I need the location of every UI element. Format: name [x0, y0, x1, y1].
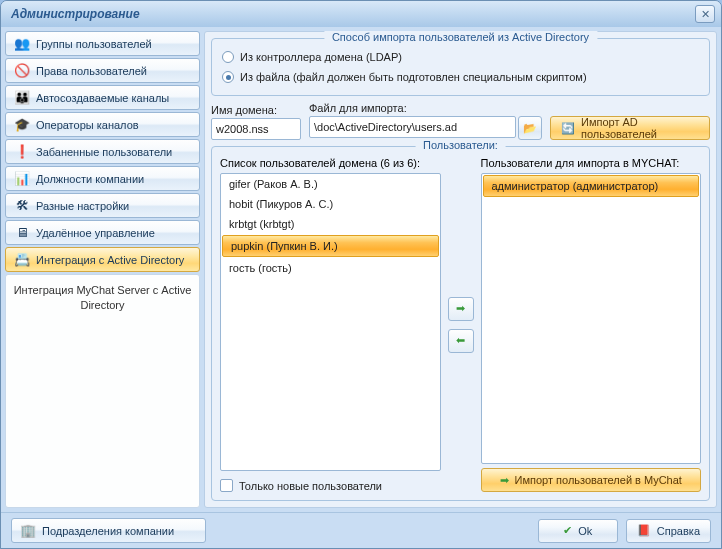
- list-item[interactable]: gifer (Раков А. В.): [221, 174, 440, 194]
- arrow-left-icon: ⬅: [456, 334, 465, 347]
- ad-icon: 📇: [14, 252, 30, 268]
- import-users-col: Пользователи для импорта в MYCHAT: админ…: [481, 157, 702, 492]
- only-new-label: Только новые пользователи: [239, 480, 382, 492]
- sidebar-item-label: Права пользователей: [36, 65, 147, 77]
- import-ad-label: Импорт AD пользователей: [581, 116, 699, 140]
- move-right-button[interactable]: ➡: [448, 297, 474, 321]
- sidebar-item-banned[interactable]: ❗Забаненные пользователи: [5, 139, 200, 164]
- arrow-right-icon: ➡: [456, 302, 465, 315]
- remote-icon: 🖥: [14, 225, 30, 241]
- sidebar-item-rights[interactable]: 🚫Права пользователей: [5, 58, 200, 83]
- import-mychat-button[interactable]: ➡ Импорт пользователей в MyChat: [481, 468, 702, 492]
- import-method-group: Способ импорта пользователей из Active D…: [211, 38, 710, 96]
- footer-right: ✔Ok 📕Справка: [538, 519, 711, 543]
- domain-field: Имя домена: w2008.nss: [211, 104, 301, 140]
- admin-window: Администрирование ✕ 👥Группы пользователе…: [0, 0, 722, 549]
- radio-icon: [222, 71, 234, 83]
- radio-label: Из файла (файл должен быть подготовлен с…: [240, 71, 587, 83]
- domain-value: w2008.nss: [216, 123, 269, 135]
- book-icon: 📕: [637, 524, 651, 537]
- list-item[interactable]: pupkin (Пупкин В. И.): [222, 235, 439, 257]
- file-label: Файл для импорта:: [309, 102, 542, 114]
- users-group: Пользователи: Список пользователей домен…: [211, 146, 710, 501]
- sidebar-description: Интеграция MyChat Server с Active Direct…: [5, 274, 200, 508]
- transfer-buttons: ➡ ⬅: [447, 157, 475, 492]
- sidebar-item-ad[interactable]: 📇Интеграция с Active Directory: [5, 247, 200, 272]
- help-button[interactable]: 📕Справка: [626, 519, 711, 543]
- list-item[interactable]: hobit (Пикуров А. С.): [221, 194, 440, 214]
- footer: 🏢 Подразделения компании ✔Ok 📕Справка: [1, 512, 721, 548]
- sidebar-item-autochannels[interactable]: 👪Автосоздаваемые каналы: [5, 85, 200, 110]
- import-mychat-label: Импорт пользователей в MyChat: [515, 474, 682, 486]
- file-value: \doc\ActiveDirectory\users.ad: [314, 121, 457, 133]
- import-ad-button[interactable]: 🔄 Импорт AD пользователей: [550, 116, 710, 140]
- sidebar-item-label: Должности компании: [36, 173, 144, 185]
- sidebar-item-label: Операторы каналов: [36, 119, 139, 131]
- domain-users-list[interactable]: gifer (Раков А. В.)hobit (Пикуров А. С.)…: [220, 173, 441, 471]
- sidebar-item-label: Разные настройки: [36, 200, 129, 212]
- checkbox-icon: [220, 479, 233, 492]
- file-field: Файл для импорта: \doc\ActiveDirectory\u…: [309, 102, 542, 140]
- import-method-title: Способ импорта пользователей из Active D…: [324, 31, 597, 43]
- window-body: 👥Группы пользователей 🚫Права пользовател…: [1, 27, 721, 512]
- list-item[interactable]: администратор (администратор): [483, 175, 700, 197]
- radio-icon: [222, 51, 234, 63]
- group-icon: 👥: [14, 36, 30, 52]
- sidebar: 👥Группы пользователей 🚫Права пользовател…: [5, 31, 200, 508]
- sidebar-item-label: Интеграция с Active Directory: [36, 254, 184, 266]
- users-group-title: Пользователи:: [415, 139, 506, 151]
- refresh-icon: 🔄: [561, 122, 575, 135]
- import-users-list[interactable]: администратор (администратор): [481, 173, 702, 464]
- sidebar-item-operators[interactable]: 🎓Операторы каналов: [5, 112, 200, 137]
- ok-label: Ok: [578, 525, 592, 537]
- positions-icon: 📊: [14, 171, 30, 187]
- sidebar-item-label: Удалённое управление: [36, 227, 155, 239]
- browse-button[interactable]: 📂: [518, 116, 542, 140]
- titlebar: Администрирование ✕: [1, 1, 721, 27]
- radio-label: Из контроллера домена (LDAP): [240, 51, 402, 63]
- rights-icon: 🚫: [14, 63, 30, 79]
- check-icon: ✔: [563, 524, 572, 537]
- banned-icon: ❗: [14, 144, 30, 160]
- channels-icon: 👪: [14, 90, 30, 106]
- domain-users-title: Список пользователей домена (6 из 6):: [220, 157, 441, 169]
- sidebar-item-label: Забаненные пользователи: [36, 146, 172, 158]
- sidebar-item-positions[interactable]: 📊Должности компании: [5, 166, 200, 191]
- sidebar-item-label: Автосоздаваемые каналы: [36, 92, 169, 104]
- close-button[interactable]: ✕: [695, 5, 715, 23]
- sidebar-item-misc[interactable]: 🛠Разные настройки: [5, 193, 200, 218]
- radio-ldap[interactable]: Из контроллера домена (LDAP): [220, 47, 701, 67]
- window-title: Администрирование: [11, 7, 140, 21]
- help-label: Справка: [657, 525, 700, 537]
- domain-input[interactable]: w2008.nss: [211, 118, 301, 140]
- settings-icon: 🛠: [14, 198, 30, 214]
- move-left-button[interactable]: ⬅: [448, 329, 474, 353]
- sidebar-item-remote[interactable]: 🖥Удалённое управление: [5, 220, 200, 245]
- ok-button[interactable]: ✔Ok: [538, 519, 618, 543]
- building-icon: 🏢: [20, 523, 36, 539]
- folder-icon: 📂: [523, 122, 537, 135]
- main-panel: Способ импорта пользователей из Active D…: [204, 31, 717, 508]
- sidebar-item-label: Группы пользователей: [36, 38, 152, 50]
- users-area: Пользователи: Список пользователей домен…: [211, 146, 710, 501]
- radio-file[interactable]: Из файла (файл должен быть подготовлен с…: [220, 67, 701, 87]
- footer-left: 🏢 Подразделения компании: [11, 518, 206, 543]
- sidebar-item-groups[interactable]: 👥Группы пользователей: [5, 31, 200, 56]
- list-item[interactable]: krbtgt (krbtgt): [221, 214, 440, 234]
- domain-label: Имя домена:: [211, 104, 301, 116]
- file-row: Имя домена: w2008.nss Файл для импорта: …: [211, 102, 710, 140]
- operator-icon: 🎓: [14, 117, 30, 133]
- arrow-right-icon: ➡: [500, 474, 509, 487]
- sidebar-item-label: Подразделения компании: [42, 525, 174, 537]
- sidebar-item-departments[interactable]: 🏢 Подразделения компании: [11, 518, 206, 543]
- only-new-checkbox[interactable]: Только новые пользователи: [220, 475, 441, 492]
- close-icon: ✕: [701, 8, 710, 21]
- import-users-title: Пользователи для импорта в MYCHAT:: [481, 157, 702, 169]
- file-input[interactable]: \doc\ActiveDirectory\users.ad: [309, 116, 516, 138]
- list-item[interactable]: гость (гость): [221, 258, 440, 278]
- domain-users-col: Список пользователей домена (6 из 6): gi…: [220, 157, 441, 492]
